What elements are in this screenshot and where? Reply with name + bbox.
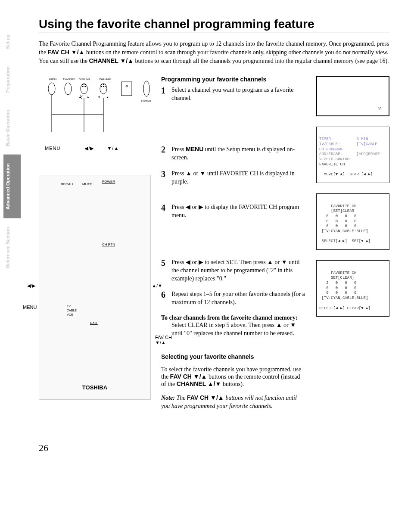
svg-point-1: [65, 83, 72, 95]
menu-bold: MENU: [186, 146, 203, 152]
tab-advanced-operation: Advanced Operation: [3, 155, 21, 218]
svg-rect-16: [121, 82, 132, 96]
btn-chrtn: CH RTN: [102, 243, 115, 246]
tab-basic-operation: Basic Operation: [3, 101, 21, 155]
step-4: Press ◀ or ▶ to display the FAVORITE CH …: [171, 203, 306, 220]
panel-top-power: POWER: [141, 100, 151, 102]
remote-lr-label: ◀/▶: [27, 283, 35, 289]
tab-reference-section: Reference Section: [3, 218, 21, 277]
svg-point-2: [81, 84, 87, 94]
svg-point-13: [103, 86, 104, 87]
panel-top-tvvideo: TV/VIDEO: [63, 78, 75, 81]
step-6: Repeat steps 1–5 for your other favorite…: [171, 290, 306, 307]
front-panel-diagram: MENU TV/VIDEO VOLUME CHANNEL POWER: [39, 76, 151, 149]
svg-point-10: [103, 84, 104, 84]
svg-point-7: [85, 86, 86, 87]
panel-ud-label: ▼/▲: [107, 146, 119, 151]
section-selecting: Selecting your favorite channels: [161, 353, 306, 360]
channel-label-2: CHANNEL ▲/▼: [177, 380, 221, 387]
step-1: Select a channel you want to program as …: [171, 86, 306, 103]
tab-setup: Set up: [3, 26, 21, 58]
svg-point-14: [105, 86, 106, 87]
svg-text:▸: ▸: [87, 95, 89, 99]
note-label: Note:: [161, 395, 175, 401]
tab-preparation: Preparation: [3, 58, 21, 101]
side-tab-rail: Set up Preparation Basic Operation Advan…: [3, 26, 21, 277]
sw-cable: CABLE: [67, 309, 77, 312]
osd-3: FAVORITE CH [SET]CLEAR 0 0 0 0 0 0 0 0 0…: [316, 193, 389, 250]
panel-top-volume: VOLUME: [79, 78, 90, 81]
favch-label-3: FAV CH ▼/▲: [187, 394, 224, 401]
svg-point-0: [48, 83, 55, 95]
note: Note: The FAV CH ▼/▲ buttons will not fu…: [161, 394, 306, 411]
step-2: Press MENU until the Setup menu is displ…: [171, 145, 306, 162]
clear-heading: To clear channels from the favorite chan…: [161, 314, 306, 321]
btn-power: POWER: [102, 180, 115, 184]
panel-lr-label: ◀/▶: [84, 146, 94, 151]
clear-body: Select CLEAR in step 5 above. Then press…: [171, 321, 306, 338]
osd-1: 2: [316, 76, 389, 116]
sw-vcr: VCR: [67, 313, 73, 316]
svg-point-5: [82, 84, 83, 84]
section-programming: Programming your favorite channels: [161, 76, 306, 83]
step-3: Press ▲ or ▼ until FAVORITE CH is displa…: [171, 170, 306, 186]
intro-paragraph: The Favorite Channel Programming feature…: [39, 40, 389, 65]
svg-point-3: [84, 84, 84, 84]
step-5: Press ◀ or ▶ to select SET. Then press ▲…: [171, 258, 306, 283]
intro-c: buttons to scan through all the channels…: [135, 58, 389, 64]
selecting-paragraph: To select the favorite channels you have…: [161, 366, 306, 388]
remote-diagram: ◀/▶ ▲/▼ MENU FAV CH ▼/▲ RECALL MUTE POWE…: [39, 175, 151, 400]
remote-favch-label: FAV CH ▼/▲: [155, 335, 172, 345]
svg-point-9: [100, 84, 107, 94]
remote-menu-label: MENU: [23, 305, 37, 310]
sw-tv: TV: [67, 305, 71, 308]
favch-label: FAV CH ▼/▲: [48, 49, 85, 56]
page-title: Using the favorite channel programming f…: [39, 17, 389, 32]
svg-point-12: [101, 84, 102, 84]
svg-point-8: [82, 86, 83, 87]
btn-exit: EXIT: [90, 321, 98, 325]
svg-point-4: [85, 84, 86, 84]
osd1-channel: 2: [378, 106, 381, 112]
svg-point-18: [143, 81, 149, 96]
page-number: 26: [39, 442, 389, 454]
favch-label-2: FAV CH ▼/▲: [170, 373, 207, 380]
svg-point-11: [105, 84, 106, 84]
panel-top-channel: CHANNEL: [99, 78, 112, 81]
osd-2: TIMER: 0 MIN TV/CABLE: [TV]CABLE CH PROG…: [316, 127, 389, 183]
svg-text:▾: ▾: [98, 95, 100, 99]
remote-brand: TOSHIBA: [39, 384, 150, 391]
remote-ud-label: ▲/▼: [152, 283, 162, 288]
btn-recall: RECALL: [61, 182, 74, 186]
channel-label: CHANNEL ▼/▲: [89, 57, 134, 64]
osd-4: FAVORITE CH SET[CLEAR] 2 0 0 0 0 0 0 0 0…: [316, 260, 389, 317]
panel-top-menu: MENU: [49, 78, 57, 81]
panel-menu-label: MENU: [45, 146, 60, 151]
svg-point-15: [101, 86, 102, 87]
svg-text:▴: ▴: [107, 95, 109, 99]
svg-text:◂: ◂: [79, 95, 81, 99]
svg-point-6: [84, 86, 84, 87]
btn-mute: MUTE: [82, 182, 92, 186]
